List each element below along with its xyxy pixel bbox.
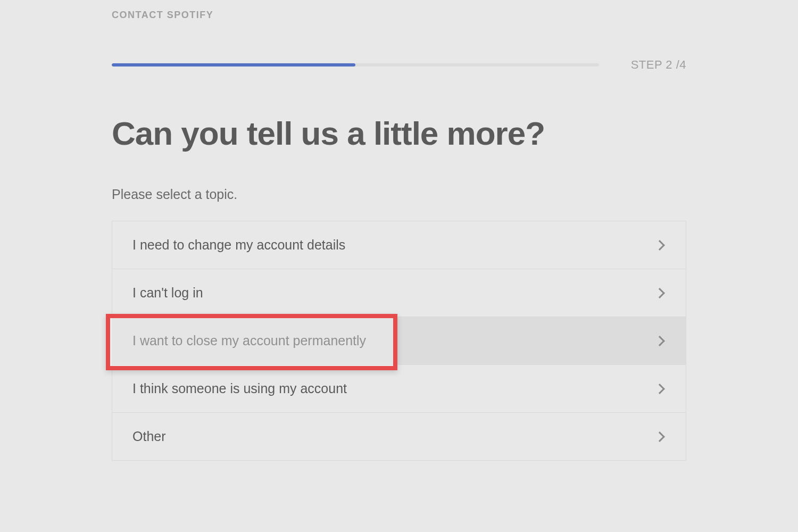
progress-fill: [112, 63, 355, 66]
topic-label: I think someone is using my account: [132, 381, 347, 396]
page-subheading: Please select a topic.: [112, 187, 686, 202]
topic-change-account-details[interactable]: I need to change my account details: [112, 221, 686, 269]
breadcrumb: CONTACT SPOTIFY: [112, 10, 686, 21]
chevron-right-icon: [654, 336, 665, 346]
chevron-right-icon: [654, 240, 665, 251]
topic-list: I need to change my account details I ca…: [112, 221, 686, 461]
topic-someone-using-account[interactable]: I think someone is using my account: [112, 365, 686, 413]
topic-close-account[interactable]: I want to close my account permanently: [112, 317, 686, 365]
chevron-right-icon: [654, 431, 665, 442]
page-heading: Can you tell us a little more?: [112, 114, 686, 152]
topic-label: I want to close my account permanently: [132, 333, 366, 348]
chevron-right-icon: [654, 288, 665, 298]
content-container: CONTACT SPOTIFY STEP 2 /4 Can you tell u…: [0, 0, 798, 461]
topic-other[interactable]: Other: [112, 413, 686, 460]
step-label: STEP 2 /4: [631, 58, 686, 72]
topic-label: Other: [132, 429, 166, 444]
topic-cant-log-in[interactable]: I can't log in: [112, 269, 686, 317]
progress-row: STEP 2 /4: [112, 58, 686, 72]
chevron-right-icon: [654, 384, 665, 394]
progress-bar: [112, 63, 599, 66]
topic-label: I need to change my account details: [132, 237, 345, 253]
topic-label: I can't log in: [132, 285, 203, 301]
